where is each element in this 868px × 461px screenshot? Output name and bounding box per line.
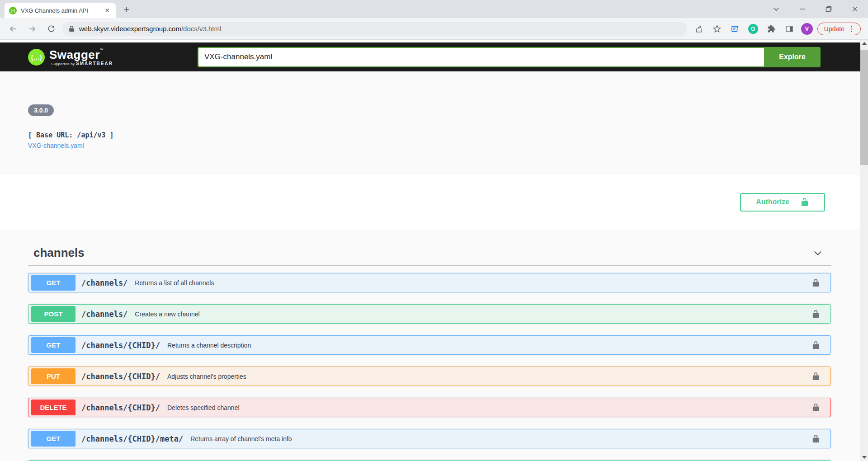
- scrollbar-up-arrow[interactable]: [860, 40, 868, 47]
- method-badge: GET: [31, 431, 75, 447]
- operation-path[interactable]: /channels/{CHID}/: [81, 372, 160, 381]
- operation-row-delete-channel[interactable]: DELETE /channels/{CHID}/ Deletes specifi…: [28, 398, 831, 417]
- chevron-down-icon[interactable]: [813, 248, 823, 258]
- operation-path[interactable]: /channels/: [81, 310, 127, 319]
- tab-title: VXG Channels admin API: [21, 7, 95, 14]
- operation-description: Returns array of channel's meta info: [190, 435, 292, 442]
- swagger-logo[interactable]: {…} Swagger™ Supported by SMARTBEAR: [28, 48, 113, 66]
- scrollbar-down-arrow[interactable]: [860, 454, 868, 461]
- operation-path[interactable]: /channels/: [81, 278, 127, 287]
- browser-menu-icon[interactable]: ⋮: [844, 25, 859, 32]
- scrollbar-thumb[interactable]: [860, 50, 868, 165]
- method-badge: PUT: [31, 368, 75, 384]
- operation-path[interactable]: /channels/{CHID}/: [81, 403, 160, 412]
- ssl-lock-icon: [69, 25, 75, 32]
- bookmark-star-icon[interactable]: [709, 21, 725, 37]
- refresh-icon[interactable]: [44, 22, 58, 36]
- lock-open-icon[interactable]: [808, 369, 823, 384]
- unlock-icon: [800, 198, 809, 207]
- lock-open-icon[interactable]: [808, 400, 823, 415]
- method-badge: POST: [31, 306, 75, 322]
- reading-list-icon[interactable]: [727, 21, 743, 37]
- operation-row-get-channel[interactable]: GET /channels/{CHID}/ Returns a channel …: [28, 335, 831, 355]
- back-icon[interactable]: [6, 22, 20, 36]
- side-panel-icon[interactable]: [782, 21, 797, 37]
- browser-tab-strip: {··} VXG Channels admin API ✕ +: [0, 0, 868, 18]
- operation-row-get-channels[interactable]: GET /channels/ Returns a list of all cha…: [28, 273, 831, 292]
- profile-avatar[interactable]: V: [801, 23, 813, 35]
- authorize-button[interactable]: Authorize: [740, 193, 825, 212]
- swagger-logo-title: Swagger™: [49, 48, 113, 62]
- spec-url-input[interactable]: [198, 47, 764, 67]
- tab-close-icon[interactable]: ✕: [103, 6, 111, 14]
- operation-description: Deletes specified channel: [167, 404, 240, 411]
- swagger-favicon-icon: {··}: [9, 7, 17, 14]
- operation-description: Creates a new channel: [135, 310, 199, 318]
- scheme-container: Authorize: [0, 174, 868, 230]
- method-badge: GET: [31, 275, 75, 291]
- window-close-button[interactable]: [842, 0, 868, 18]
- forward-icon[interactable]: [25, 22, 39, 36]
- new-tab-button[interactable]: +: [120, 4, 133, 16]
- operation-path[interactable]: /channels/{CHID}/: [81, 341, 160, 350]
- swagger-topbar: {…} Swagger™ Supported by SMARTBEAR Expl…: [0, 42, 868, 71]
- operation-row-post-channels[interactable]: POST /channels/ Creates a new channel: [28, 304, 831, 324]
- swagger-logo-icon: {…}: [28, 49, 45, 66]
- api-info-section: 3.0.0 [ Base URL: /api/v3 ] VXG-channels…: [0, 71, 868, 174]
- version-badge: 3.0.0: [28, 104, 54, 116]
- grammarly-icon[interactable]: G: [745, 21, 761, 37]
- lock-open-icon[interactable]: [808, 306, 823, 322]
- share-icon[interactable]: [691, 21, 707, 37]
- operation-path[interactable]: /channels/{CHID}/meta/: [81, 434, 183, 443]
- tag-header-channels[interactable]: channels: [28, 246, 831, 266]
- method-badge: GET: [31, 337, 75, 353]
- operation-description: Returns a list of all channels: [135, 279, 214, 287]
- browser-toolbar: web.skyvr.videoexpertsgroup.com/docs/v3.…: [0, 18, 868, 40]
- method-badge: DELETE: [31, 400, 75, 415]
- url-text: web.skyvr.videoexpertsgroup.com/docs/v3.…: [79, 25, 221, 33]
- tag-title: channels: [33, 246, 85, 260]
- extensions-puzzle-icon[interactable]: [764, 21, 779, 37]
- operation-description: Adjusts channel's properties: [167, 373, 246, 380]
- spec-file-link[interactable]: VXG-channels.yaml: [28, 142, 868, 149]
- lock-open-icon[interactable]: [808, 431, 823, 447]
- lock-open-icon[interactable]: [808, 275, 823, 291]
- swagger-logo-subtitle: Supported by SMARTBEAR: [49, 61, 113, 66]
- explore-button[interactable]: Explore: [764, 47, 821, 67]
- browser-tab[interactable]: {··} VXG Channels admin API ✕: [5, 3, 116, 18]
- window-minimize-button[interactable]: [789, 0, 816, 18]
- url-bar[interactable]: web.skyvr.videoexpertsgroup.com/docs/v3.…: [62, 22, 687, 36]
- window-restore-button[interactable]: [816, 0, 842, 18]
- operation-row-get-channel-meta[interactable]: GET /channels/{CHID}/meta/ Returns array…: [28, 429, 831, 448]
- operations-section: channels GET /channels/ Returns a list o…: [0, 230, 868, 461]
- operation-description: Returns a channel description: [167, 342, 251, 349]
- operation-row-put-channel[interactable]: PUT /channels/{CHID}/ Adjusts channel's …: [28, 367, 831, 386]
- swagger-page: {…} Swagger™ Supported by SMARTBEAR Expl…: [0, 40, 868, 461]
- tab-search-chevron-icon[interactable]: [763, 0, 789, 18]
- lock-open-icon[interactable]: [808, 338, 823, 353]
- chrome-update-button[interactable]: Update ⋮: [817, 23, 861, 35]
- base-url-text: [ Base URL: /api/v3 ]: [28, 131, 868, 139]
- page-scrollbar[interactable]: [860, 40, 868, 461]
